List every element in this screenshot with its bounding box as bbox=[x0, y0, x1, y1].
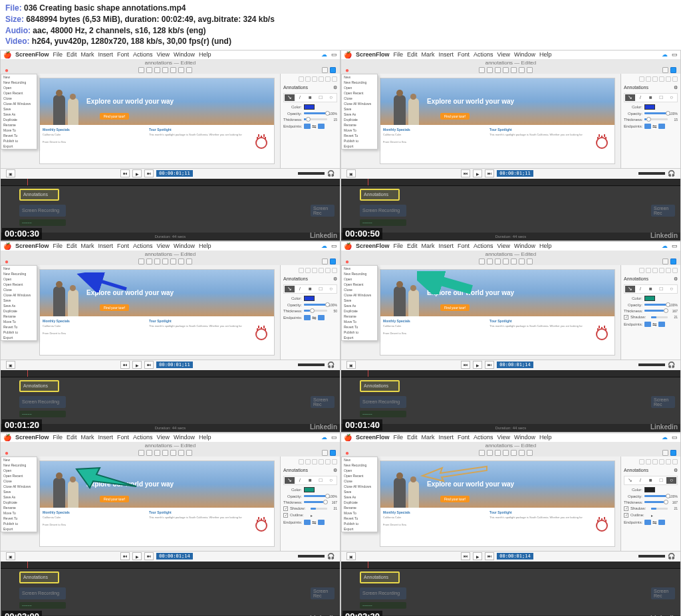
apple-icon[interactable]: 🍎 bbox=[344, 243, 352, 250]
timeline[interactable]: AnnotationsScreen RecordingScreen Rec~~~… bbox=[1, 377, 340, 424]
file-menu-dropdown[interactable]: NewNew RecordingOpenOpen RecentCloseClos… bbox=[341, 457, 378, 532]
apple-icon[interactable]: 🍎 bbox=[3, 51, 11, 58]
volume[interactable] bbox=[298, 172, 325, 175]
panel-tab-icon[interactable] bbox=[672, 76, 678, 82]
cast-icon[interactable]: ▭ bbox=[672, 434, 678, 441]
menu-item[interactable]: Font bbox=[458, 51, 470, 58]
menu-item[interactable]: View bbox=[157, 243, 170, 249]
panel-tab-icon[interactable] bbox=[305, 268, 311, 273]
file-menu-dropdown[interactable]: NewNew RecordingOpenOpen RecentCloseClos… bbox=[341, 74, 378, 150]
recording-clip-right[interactable]: Screen Rec bbox=[651, 396, 675, 408]
crop-button[interactable]: ▣ bbox=[6, 361, 15, 369]
color-swatch[interactable] bbox=[644, 296, 655, 301]
endpoint-end[interactable] bbox=[318, 315, 325, 320]
timeline[interactable]: AnnotationsScreen RecordingScreen Rec~~~… bbox=[1, 569, 340, 615]
recording-clip[interactable]: Screen Recording bbox=[19, 587, 66, 599]
annotation-tool[interactable]: ↘ bbox=[625, 286, 635, 292]
endpoint-start[interactable] bbox=[304, 124, 311, 129]
panel-tab-icon[interactable] bbox=[659, 268, 664, 273]
annotation-tool[interactable]: ○ bbox=[326, 477, 336, 484]
endpoint-start[interactable] bbox=[644, 520, 651, 525]
toolbar-icon[interactable] bbox=[138, 258, 144, 264]
cast-icon[interactable]: ▭ bbox=[331, 434, 337, 441]
panel-tab-icon[interactable] bbox=[666, 76, 671, 82]
annotation-tool[interactable]: ■ bbox=[305, 286, 315, 292]
volume[interactable] bbox=[298, 363, 325, 366]
menu-item[interactable]: Mark bbox=[81, 434, 94, 441]
endpoint-end[interactable] bbox=[318, 124, 325, 129]
timeline-ruler[interactable] bbox=[341, 562, 680, 569]
menu-item[interactable]: View bbox=[497, 434, 510, 441]
toolbar-icon[interactable] bbox=[162, 67, 168, 73]
toolbar-icon[interactable] bbox=[479, 258, 485, 264]
menu-item[interactable]: Window bbox=[174, 243, 195, 249]
cloud-icon[interactable]: ☁ bbox=[662, 51, 668, 58]
menu-item[interactable]: Help bbox=[539, 243, 552, 249]
menu-item[interactable]: Insert bbox=[98, 434, 114, 441]
timeline[interactable]: AnnotationsScreen RecordingScreen Rec~~~… bbox=[1, 186, 340, 233]
audio-clip[interactable]: ~~~~~ bbox=[360, 411, 406, 417]
menu-item[interactable]: Mark bbox=[422, 51, 435, 58]
play-button[interactable]: ▶ bbox=[132, 552, 142, 560]
panel-tab-icon[interactable] bbox=[639, 268, 644, 273]
menu-item[interactable]: Window bbox=[174, 434, 195, 441]
annotation-tool[interactable]: / bbox=[295, 286, 305, 292]
menu-item[interactable]: Edit bbox=[407, 51, 418, 58]
crop-button[interactable]: ▣ bbox=[346, 552, 356, 560]
annotations-clip[interactable]: Annotations bbox=[19, 571, 59, 583]
opacity-slider[interactable] bbox=[304, 112, 327, 114]
recording-clip[interactable]: Screen Recording bbox=[360, 587, 406, 599]
recording-clip-right[interactable]: Screen Rec bbox=[311, 396, 335, 408]
annotations-clip[interactable]: Annotations bbox=[360, 189, 400, 201]
toolbar-icon[interactable] bbox=[178, 450, 184, 456]
annotation-tool[interactable]: □ bbox=[656, 477, 666, 484]
toolbar-icon[interactable] bbox=[527, 258, 533, 264]
gear-icon[interactable]: ⚙ bbox=[674, 276, 678, 280]
menu-item[interactable]: Insert bbox=[98, 51, 114, 58]
recording-clip-right[interactable]: Screen Rec bbox=[311, 205, 335, 217]
toolbar-icon[interactable] bbox=[519, 67, 525, 73]
endpoint-end[interactable] bbox=[658, 520, 665, 525]
timeline-ruler[interactable] bbox=[1, 370, 340, 377]
volume[interactable] bbox=[638, 555, 665, 558]
menu-item[interactable]: Window bbox=[514, 434, 535, 441]
timeline[interactable]: AnnotationsScreen RecordingScreen Rec~~~… bbox=[341, 569, 680, 615]
panel-tab-icon[interactable] bbox=[646, 76, 651, 82]
endpoint-start[interactable] bbox=[644, 124, 651, 129]
menu-item[interactable]: Mark bbox=[81, 243, 94, 249]
headphones-icon[interactable]: 🎧 bbox=[327, 170, 335, 177]
cloud-icon[interactable]: ☁ bbox=[662, 243, 668, 249]
recording-clip[interactable]: Screen Recording bbox=[19, 205, 66, 217]
annotation-tool[interactable]: ↘ bbox=[285, 477, 295, 484]
menu-item[interactable]: File bbox=[53, 51, 63, 58]
panel-tab-icon[interactable] bbox=[672, 268, 678, 273]
gear-icon[interactable]: ⚙ bbox=[333, 276, 337, 280]
annotation-tool[interactable]: □ bbox=[316, 94, 326, 101]
toolbar-icon[interactable] bbox=[186, 258, 192, 264]
crop-button[interactable]: ▣ bbox=[346, 361, 356, 369]
panel-tab-icon[interactable] bbox=[325, 268, 331, 273]
cloud-icon[interactable]: ☁ bbox=[321, 243, 327, 249]
toolbar-icon[interactable] bbox=[146, 258, 152, 264]
annotation-tool[interactable]: ○ bbox=[666, 477, 676, 484]
menu-item[interactable]: Font bbox=[458, 243, 470, 249]
forward-button[interactable]: ⏭ bbox=[485, 552, 494, 560]
shadow-checkbox[interactable]: ✓ bbox=[624, 315, 628, 320]
headphones-icon[interactable]: 🎧 bbox=[668, 553, 675, 560]
menu-item[interactable]: Actions bbox=[133, 243, 153, 249]
volume[interactable] bbox=[638, 172, 665, 175]
opacity-slider[interactable] bbox=[644, 112, 667, 114]
menu-item[interactable]: Window bbox=[514, 51, 535, 58]
toolbar-icon[interactable] bbox=[503, 258, 509, 264]
canvas[interactable]: NewNew RecordingOpenOpen RecentCloseClos… bbox=[1, 74, 280, 168]
menu-item[interactable]: Help bbox=[199, 243, 211, 249]
recording-clip-right[interactable]: Screen Rec bbox=[311, 587, 335, 599]
endpoint-start[interactable] bbox=[304, 520, 311, 525]
panel-tab-icon[interactable] bbox=[652, 76, 658, 82]
toolbar-icon[interactable] bbox=[495, 67, 501, 73]
annotation-tool[interactable]: / bbox=[636, 286, 646, 292]
panel-tab-icon[interactable] bbox=[312, 268, 317, 273]
toolbar-icon[interactable] bbox=[503, 67, 509, 73]
toolbar-icon[interactable] bbox=[527, 450, 533, 456]
headphones-icon[interactable]: 🎧 bbox=[327, 361, 335, 368]
